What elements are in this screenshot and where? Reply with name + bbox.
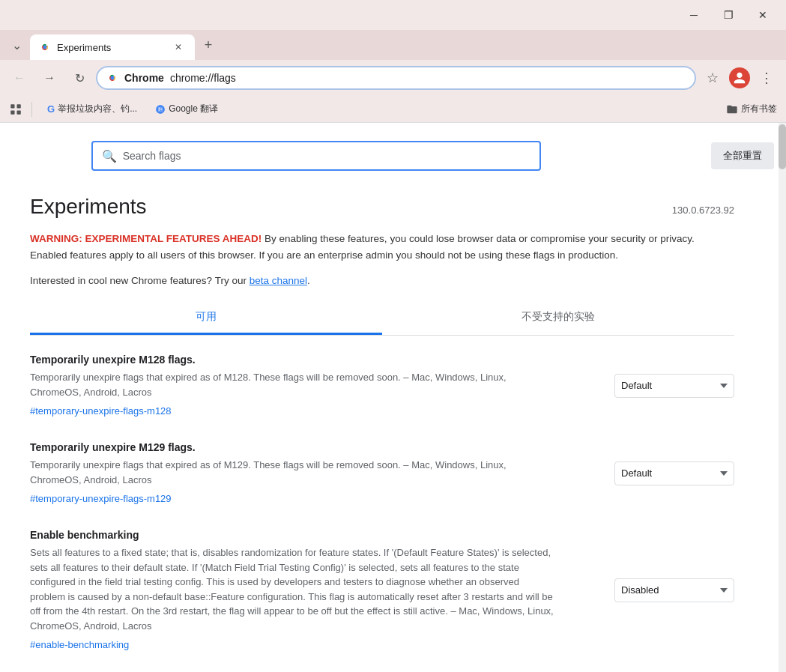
flag-link-0[interactable]: #temporary-unexpire-flags-m128 — [30, 405, 172, 417]
main-content: Experiments 130.0.6723.92 WARNING: EXPER… — [0, 183, 764, 672]
flag-text-2: Enable benchmarking Sets all features to… — [30, 529, 614, 651]
svg-rect-5 — [17, 104, 21, 108]
flag-select-1[interactable]: Default Enabled Disabled — [614, 461, 734, 485]
tab-title: Experiments — [57, 42, 165, 53]
bookmark-label-0: 举报垃圾内容、钓... — [58, 103, 137, 115]
search-icon: 🔍 — [102, 149, 117, 163]
maximize-button[interactable]: ❐ — [711, 3, 746, 27]
profile-button[interactable] — [729, 67, 750, 88]
svg-point-1 — [43, 46, 47, 49]
svg-rect-7 — [17, 110, 21, 114]
chrome-favicon-icon — [106, 72, 118, 84]
beta-channel-link[interactable]: beta channel — [250, 275, 307, 286]
flag-row-0: Temporarily unexpire M128 flags. Tempora… — [30, 354, 734, 417]
flag-item-1: Temporarily unexpire M129 flags. Tempora… — [30, 441, 734, 511]
flag-desc-2: Sets all features to a fixed state; that… — [30, 545, 554, 633]
address-site-name: Chrome — [124, 72, 164, 84]
flag-name-0: Temporarily unexpire M128 flags. — [30, 354, 614, 366]
version-text: 130.0.6723.92 — [672, 205, 734, 216]
flag-text-0: Temporarily unexpire M128 flags. Tempora… — [30, 354, 614, 417]
flag-desc-0: Temporarily unexpire flags that expired … — [30, 370, 554, 399]
tabbar: ⌄ Experiments ✕ + — [0, 30, 786, 60]
flag-item-2: Enable benchmarking Sets all features to… — [30, 529, 734, 657]
tab-close-button[interactable]: ✕ — [171, 40, 186, 55]
address-bar[interactable]: Chrome chrome://flags — [96, 66, 696, 90]
flag-link-1[interactable]: #temporary-unexpire-flags-m129 — [30, 493, 172, 504]
scrollbar[interactable] — [779, 123, 786, 672]
tabs-bar: 可用 不受支持的实验 — [30, 301, 734, 336]
tab-list-button[interactable]: ⌄ — [6, 34, 27, 55]
bookmark-favicon-1: 翻 — [155, 104, 166, 115]
svg-point-3 — [111, 76, 115, 80]
search-input[interactable] — [123, 150, 530, 162]
flag-link-2[interactable]: #enable-benchmarking — [30, 639, 129, 650]
svg-text:翻: 翻 — [158, 107, 163, 112]
new-tab-button[interactable]: + — [198, 34, 219, 55]
bookmark-favicon-0: G — [47, 103, 55, 115]
flag-row-1: Temporarily unexpire M129 flags. Tempora… — [30, 441, 734, 505]
scrollbar-thumb[interactable] — [779, 124, 786, 169]
navbar: ← → ↻ Chrome chrome://flags ☆ ⋮ — [0, 60, 786, 96]
reset-all-button[interactable]: 全部重置 — [711, 142, 774, 169]
flag-text-1: Temporarily unexpire M129 flags. Tempora… — [30, 441, 614, 505]
back-button[interactable]: ← — [6, 64, 33, 91]
warning-prefix: WARNING: EXPERIMENTAL FEATURES AHEAD! — [30, 233, 262, 244]
bookmark-item-0[interactable]: G 举报垃圾内容、钓... — [41, 100, 143, 118]
search-box: 🔍 — [91, 141, 541, 171]
interest-prefix: Interested in cool new Chrome features? … — [30, 275, 250, 286]
profile-icon — [733, 71, 746, 85]
page: 🔍 全部重置 Experiments 130.0.6723.92 WARNING… — [0, 123, 786, 672]
star-button[interactable]: ☆ — [699, 64, 726, 91]
flag-name-2: Enable benchmarking — [30, 529, 614, 541]
tab-favicon-icon — [39, 41, 51, 53]
flag-select-2[interactable]: Default Enabled Disabled — [614, 578, 734, 602]
flags-list: Temporarily unexpire M128 flags. Tempora… — [30, 354, 734, 657]
minimize-button[interactable]: ─ — [677, 3, 711, 27]
flag-name-1: Temporarily unexpire M129 flags. — [30, 441, 614, 453]
bookmarks-bar: G 举报垃圾内容、钓... 翻 Google 翻译 所有书签 — [0, 96, 786, 123]
bookmark-item-1[interactable]: 翻 Google 翻译 — [149, 100, 224, 118]
address-url: chrome://flags — [170, 72, 236, 84]
bookmarks-separator — [31, 102, 32, 117]
flag-select-0[interactable]: Default Enabled Disabled — [614, 374, 734, 398]
svg-rect-6 — [10, 110, 14, 114]
search-area: 🔍 全部重置 — [0, 123, 786, 183]
folder-icon — [726, 103, 738, 115]
warning-box: WARNING: EXPERIMENTAL FEATURES AHEAD! By… — [30, 231, 734, 263]
apps-grid-button[interactable] — [9, 103, 22, 116]
bookmark-label-1: Google 翻译 — [169, 103, 218, 115]
interest-end: . — [307, 275, 310, 286]
apps-grid-icon — [9, 103, 22, 116]
tab-unsupported[interactable]: 不受支持的实验 — [382, 301, 734, 335]
flag-item-0: Temporarily unexpire M128 flags. Tempora… — [30, 354, 734, 423]
menu-button[interactable]: ⋮ — [753, 64, 780, 91]
forward-button[interactable]: → — [36, 64, 63, 91]
flag-desc-1: Temporarily unexpire flags that expired … — [30, 458, 554, 487]
flag-row-2: Enable benchmarking Sets all features to… — [30, 529, 734, 651]
reload-button[interactable]: ↻ — [66, 64, 93, 91]
tab-available[interactable]: 可用 — [30, 301, 382, 335]
page-title: Experiments — [30, 195, 147, 219]
close-button[interactable]: ✕ — [746, 3, 780, 27]
all-bookmarks-button[interactable]: 所有书签 — [726, 103, 777, 115]
titlebar: ─ ❐ ✕ — [0, 0, 786, 30]
interest-text: Interested in cool new Chrome features? … — [30, 275, 734, 286]
all-bookmarks-label: 所有书签 — [741, 103, 777, 115]
active-tab[interactable]: Experiments ✕ — [30, 34, 195, 60]
nav-right-controls: ☆ ⋮ — [699, 64, 780, 91]
svg-rect-4 — [10, 104, 14, 108]
